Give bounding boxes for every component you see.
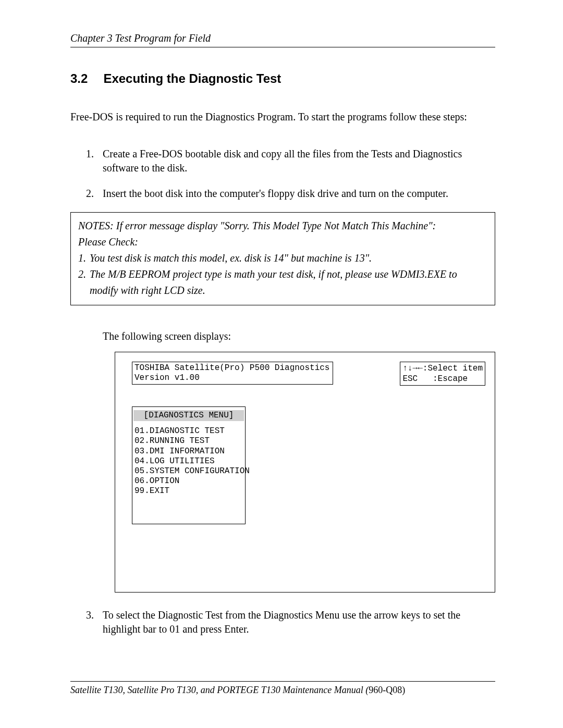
step-2: Insert the boot disk into the computer's…: [103, 187, 495, 201]
chapter-header: Chapter 3 Test Program for Field: [70, 32, 495, 47]
page-footer: Satellite T130, Satellite Pro T130, and …: [70, 681, 495, 696]
screen-hint-arrows: ↑↓→←:Select item: [402, 364, 483, 373]
screen-hint-esc: ESC :Escape: [402, 374, 468, 384]
diagnostics-screen: TOSHIBA Satellite(Pro) P500 Diagnostics …: [115, 352, 495, 593]
screen-title-box: TOSHIBA Satellite(Pro) P500 Diagnostics …: [132, 362, 333, 385]
notes-item-2: The M/B EEPROM project type is math your…: [78, 266, 487, 299]
notes-lead: NOTES: If error message display "Sorry. …: [78, 218, 487, 234]
step-3: To select the Diagnostic Test from the D…: [103, 608, 495, 636]
screen-caption: The following screen displays:: [103, 330, 495, 342]
footer-rest: 960-Q08): [369, 685, 405, 695]
screen-title-line2: Version v1.00: [134, 373, 200, 382]
diagnostics-menu-title: [DIAGNOSTICS MENU]: [133, 410, 244, 421]
steps-list: Create a Free-DOS bootable disk and copy…: [70, 147, 495, 201]
intro-paragraph: Free-DOS is required to run the Diagnost…: [70, 110, 495, 124]
diagnostics-menu: [DIAGNOSTICS MENU] 01.DIAGNOSTIC TEST 02…: [132, 406, 246, 524]
section-title: 3.2Executing the Diagnostic Test: [70, 71, 495, 86]
notes-please-check: Please Check:: [78, 234, 487, 250]
section-number: 3.2: [70, 71, 88, 85]
screen-title-line1: TOSHIBA Satellite(Pro) P500 Diagnostics: [134, 363, 329, 373]
screen-hints-box: ↑↓→←:Select item ESC :Escape: [400, 362, 485, 386]
footer-italic: Satellite T130, Satellite Pro T130, and …: [70, 685, 369, 695]
diagnostics-menu-items: 01.DIAGNOSTIC TEST 02.RUNNING TEST 03.DM…: [133, 426, 244, 496]
notes-item-1: You test disk is match this model, ex. d…: [78, 250, 487, 266]
steps-list-cont: To select the Diagnostic Test from the D…: [70, 608, 495, 636]
step-1: Create a Free-DOS bootable disk and copy…: [103, 147, 495, 175]
notes-box: NOTES: If error message display "Sorry. …: [70, 212, 495, 305]
section-title-text: Executing the Diagnostic Test: [103, 71, 281, 85]
